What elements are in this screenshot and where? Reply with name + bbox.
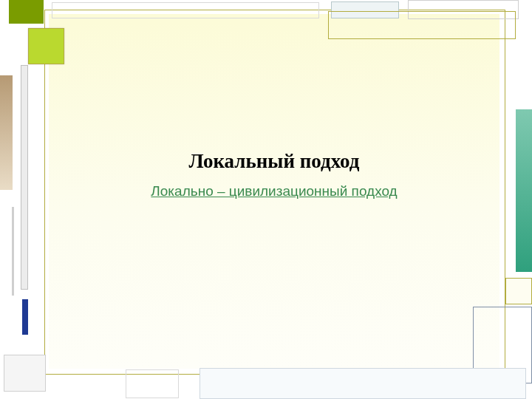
deco-bar-top-1	[52, 2, 319, 18]
deco-right-green	[516, 109, 532, 272]
deco-left-thin	[12, 207, 14, 296]
deco-bar-top-inset	[328, 11, 516, 39]
deco-right-square	[505, 278, 532, 304]
slide-title: Локальный подход	[49, 150, 499, 173]
deco-square-lime	[28, 28, 64, 64]
deco-left-brown	[0, 75, 13, 190]
deco-left-blue	[22, 299, 28, 335]
deco-bottom-small	[126, 369, 179, 398]
deco-square-olive	[9, 0, 44, 24]
deco-bottom-left-box	[4, 355, 46, 392]
deco-bottom-wide	[200, 368, 526, 399]
deco-left-gray	[21, 65, 28, 290]
slide-subtitle-link[interactable]: Локально – цивилизационный подход	[49, 183, 499, 200]
